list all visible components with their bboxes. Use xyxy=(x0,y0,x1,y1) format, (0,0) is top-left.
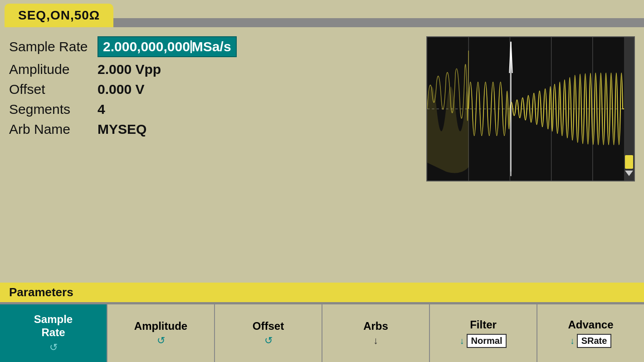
screen: SEQ,ON,50Ω Sample Rate 2.000,000,000MSa/… xyxy=(0,0,644,362)
btn-advance-sub: ↓ SRate xyxy=(570,334,612,348)
amplitude-label: Amplitude xyxy=(9,62,91,77)
btn-advance[interactable]: Advance ↓ SRate xyxy=(537,304,644,362)
scrollbar-arrow-down xyxy=(625,171,633,176)
segments-row: Segments 4 xyxy=(9,102,417,117)
btn-arbs-label: Arbs xyxy=(363,320,388,333)
info-panel: Sample Rate 2.000,000,000MSa/s Amplitude… xyxy=(9,36,417,278)
offset-label: Offset xyxy=(9,82,91,97)
btn-arbs[interactable]: Arbs ↓ xyxy=(322,304,430,362)
btn-filter-sub: ↓ Normal xyxy=(460,334,507,348)
btn-filter-value: Normal xyxy=(467,334,507,348)
btn-sample-rate-label: SampleRate xyxy=(34,313,73,339)
btn-sample-rate-icon: ↺ xyxy=(49,342,58,353)
btn-filter[interactable]: Filter ↓ Normal xyxy=(430,304,537,362)
btn-offset[interactable]: Offset ↺ xyxy=(215,304,322,362)
btn-advance-value: SRate xyxy=(577,334,612,348)
btn-amplitude[interactable]: Amplitude ↺ xyxy=(107,304,215,362)
waveform-svg xyxy=(427,37,634,181)
offset-row: Offset 0.000 V xyxy=(9,82,417,97)
header-title: SEQ,ON,50Ω xyxy=(18,8,100,22)
segments-label: Segments xyxy=(9,102,91,117)
waveform-scrollbar[interactable] xyxy=(624,37,634,181)
btn-offset-icon: ↺ xyxy=(264,335,273,347)
arb-name-value: MYSEQ xyxy=(98,122,146,137)
arb-name-label: Arb Name xyxy=(9,122,91,137)
btn-offset-label: Offset xyxy=(253,320,284,333)
btn-advance-icon: ↓ xyxy=(570,336,575,346)
segments-value: 4 xyxy=(98,102,105,117)
header-tab-right xyxy=(113,18,644,27)
btn-filter-icon: ↓ xyxy=(460,336,464,346)
parameters-bar: Parameters xyxy=(0,283,644,302)
btn-amplitude-icon: ↺ xyxy=(157,335,165,347)
arb-name-row: Arb Name MYSEQ xyxy=(9,122,417,137)
amplitude-value: 2.000 Vpp xyxy=(98,62,161,77)
amplitude-row: Amplitude 2.000 Vpp xyxy=(9,62,417,77)
btn-amplitude-label: Amplitude xyxy=(134,320,187,333)
main-content: Sample Rate 2.000,000,000MSa/s Amplitude… xyxy=(0,27,644,283)
btn-filter-label: Filter xyxy=(470,318,497,332)
bottom-buttons: SampleRate ↺ Amplitude ↺ Offset ↺ Arbs ↓… xyxy=(0,303,644,362)
btn-advance-label: Advance xyxy=(568,318,613,332)
header-area: SEQ,ON,50Ω xyxy=(0,0,644,27)
sample-rate-value-box[interactable]: 2.000,000,000MSa/s xyxy=(98,36,237,57)
sample-rate-value: 2.000,000,000 xyxy=(103,39,190,54)
header-tab: SEQ,ON,50Ω xyxy=(5,4,113,27)
waveform-panel xyxy=(426,36,635,181)
sample-rate-label: Sample Rate xyxy=(9,39,91,54)
btn-sample-rate[interactable]: SampleRate ↺ xyxy=(0,304,107,362)
sample-rate-row: Sample Rate 2.000,000,000MSa/s xyxy=(9,36,417,57)
sample-rate-unit: MSa/s xyxy=(192,39,231,54)
parameters-title: Parameters xyxy=(9,285,73,299)
btn-arbs-icon: ↓ xyxy=(373,335,378,347)
scrollbar-thumb xyxy=(625,155,633,169)
offset-value: 0.000 V xyxy=(98,82,144,97)
